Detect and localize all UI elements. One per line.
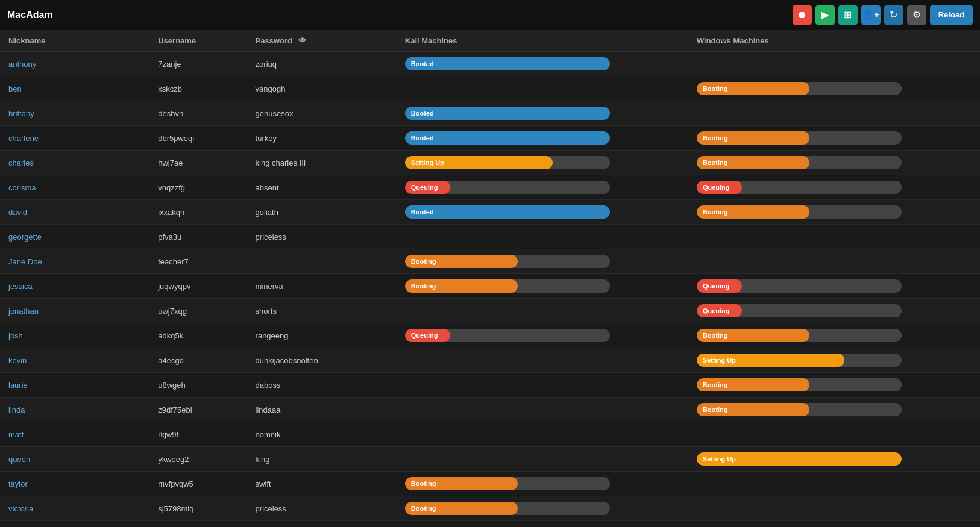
password-cell: minerva: [247, 274, 397, 299]
windows-machine-cell: Queuing: [688, 274, 980, 299]
password-cell: king: [247, 447, 397, 472]
windows-machine-cell: [688, 225, 980, 249]
username-cell: hwj7ae: [149, 151, 247, 175]
nickname-link[interactable]: brittany: [8, 109, 34, 118]
username-cell: ykweeg2: [149, 447, 247, 472]
header-icon-group: ⏺ ▶ ⊞ 👤+ ↻ ⚙ Reload: [793, 5, 973, 25]
sync-button[interactable]: ↻: [884, 5, 903, 25]
kali-machine-cell: [397, 299, 688, 323]
table-row: linda z9df75ebi lindaaa Booting: [0, 398, 980, 422]
table-row: laurie u8wgeh daboss Booting: [0, 373, 980, 398]
nickname-link[interactable]: linda: [8, 405, 25, 414]
username-cell: u8wgeh: [149, 373, 247, 398]
kali-machine-cell: [397, 373, 688, 398]
nickname-link[interactable]: david: [8, 208, 27, 217]
kali-machine-cell: [397, 422, 688, 447]
kali-machine-cell: [397, 398, 688, 422]
nickname-cell: linda: [0, 398, 149, 422]
nickname-link[interactable]: taylor: [8, 479, 28, 488]
kali-machine-cell: Booted: [397, 52, 688, 76]
col-header-password: Password 👁: [247, 30, 397, 52]
nickname-link[interactable]: jessica: [8, 282, 33, 291]
kali-machine-cell: Booted: [397, 200, 688, 225]
nickname-link[interactable]: charles: [8, 158, 34, 167]
windows-machine-cell: Booting: [688, 373, 980, 398]
kali-machine-cell: Queuing: [397, 323, 688, 348]
windows-machine-cell: Booting: [688, 76, 980, 101]
password-cell: zoriuq: [247, 52, 397, 76]
table-row: victoria sj5798miq priceless Booting: [0, 496, 980, 521]
nickname-link[interactable]: jonathan: [8, 307, 39, 316]
windows-machine-cell: Booting: [688, 398, 980, 422]
username-cell: vnqzzfg: [149, 175, 247, 200]
nickname-link[interactable]: corisma: [8, 183, 36, 192]
kali-machine-cell: Booting: [397, 249, 688, 274]
nickname-link[interactable]: anthony: [8, 60, 36, 69]
password-cell: absent: [247, 175, 397, 200]
table-row: queen ykweeg2 king Setting Up: [0, 447, 980, 472]
username-cell: 7zanje: [149, 52, 247, 76]
nickname-link[interactable]: charlene: [8, 134, 39, 143]
kali-machine-cell: [397, 225, 688, 249]
windows-machine-cell: [688, 52, 980, 76]
nickname-cell: charlene: [0, 126, 149, 151]
user-add-button[interactable]: 👤+: [861, 5, 881, 25]
reload-button[interactable]: Reload: [930, 5, 973, 25]
record-button[interactable]: ⏺: [793, 5, 812, 25]
kali-machine-cell: Queuing: [397, 175, 688, 200]
terminal-button[interactable]: ▶: [815, 5, 835, 25]
username-cell: dbr5pweqi: [149, 126, 247, 151]
nickname-link[interactable]: laurie: [8, 381, 28, 390]
nickname-cell: laurie: [0, 373, 149, 398]
windows-machine-cell: Booting: [688, 126, 980, 151]
kali-machine-cell: [397, 348, 688, 373]
nickname-link[interactable]: Jane Doe: [8, 257, 42, 266]
username-cell: juqwyqpv: [149, 274, 247, 299]
password-cell: daboss: [247, 373, 397, 398]
password-cell: swift: [247, 472, 397, 496]
nickname-cell: josh: [0, 323, 149, 348]
table-row: taylor mvfpvqw5 swift Booting: [0, 472, 980, 496]
password-visibility-toggle[interactable]: 👁: [298, 36, 306, 45]
nickname-cell: jessica: [0, 274, 149, 299]
nickname-link[interactable]: josh: [8, 331, 23, 340]
kali-machine-cell: [397, 76, 688, 101]
password-cell: shorts: [247, 299, 397, 323]
nickname-cell: jonathan: [0, 299, 149, 323]
nickname-link[interactable]: ben: [8, 84, 22, 93]
kali-machine-cell: Booting: [397, 274, 688, 299]
nickname-link[interactable]: georgette: [8, 232, 42, 242]
table-row: charlene dbr5pweqi turkey Booted Booting: [0, 126, 980, 151]
password-cell: lindaaa: [247, 398, 397, 422]
table-row: ben xskczb vangogh Booting: [0, 76, 980, 101]
windows-machine-cell: Setting Up: [688, 447, 980, 472]
table-row: charles hwj7ae king charles III Setting …: [0, 151, 980, 175]
table-body: anthony 7zanje zoriuq Booted ben xskczb …: [0, 52, 980, 521]
grid-button[interactable]: ⊞: [838, 5, 858, 25]
app-title: MacAdam: [7, 10, 793, 20]
username-cell: sj5798miq: [149, 496, 247, 521]
settings-button[interactable]: ⚙: [907, 5, 926, 25]
nickname-cell: Jane Doe: [0, 249, 149, 274]
kali-machine-cell: Booted: [397, 126, 688, 151]
main-table-container: Nickname Username Password 👁 Kali Machin…: [0, 30, 980, 521]
col-header-username: Username: [149, 30, 247, 52]
kali-machine-cell: Booting: [397, 472, 688, 496]
nickname-link[interactable]: matt: [8, 430, 24, 439]
password-cell: nomnik: [247, 422, 397, 447]
nickname-cell: taylor: [0, 472, 149, 496]
table-row: matt rkjw9f nomnik: [0, 422, 980, 447]
app-header: MacAdam ⏺ ▶ ⊞ 👤+ ↻ ⚙ Reload: [0, 0, 980, 30]
table-row: jonathan uwj7xqg shorts Queuing: [0, 299, 980, 323]
username-cell: xskczb: [149, 76, 247, 101]
nickname-link[interactable]: kevin: [8, 356, 27, 365]
nickname-cell: charles: [0, 151, 149, 175]
table-row: georgette pfva3u priceless: [0, 225, 980, 249]
username-cell: ixxakqn: [149, 200, 247, 225]
password-cell: genusesox: [247, 101, 397, 126]
nickname-link[interactable]: queen: [8, 455, 30, 464]
table-row: corisma vnqzzfg absent Queuing Queuing: [0, 175, 980, 200]
username-cell: deshvn: [149, 101, 247, 126]
nickname-link[interactable]: victoria: [8, 504, 33, 513]
username-cell: a4ecgd: [149, 348, 247, 373]
